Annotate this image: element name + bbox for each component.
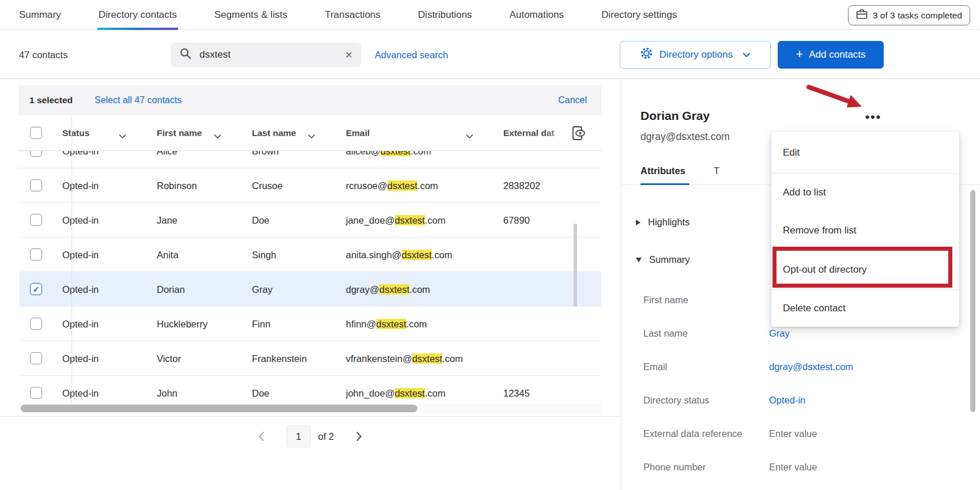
tab-touchpoints-truncated[interactable]: T <box>714 165 719 176</box>
select-all-link[interactable]: Select all 47 contacts <box>95 95 182 105</box>
row-checkbox[interactable] <box>30 248 42 261</box>
horizontal-scrollbar-track[interactable] <box>19 404 601 413</box>
tab-distributions[interactable]: Distributions <box>418 0 472 30</box>
external-data-cell: 2838202 <box>503 168 540 203</box>
gear-icon <box>640 47 653 63</box>
chevron-down-icon <box>742 49 751 61</box>
menu-item-delete-contact[interactable]: Delete contact <box>771 290 959 327</box>
check-icon: ✓ <box>33 285 40 294</box>
table-bottom-divider <box>0 416 620 417</box>
toolbar: 47 contacts dsxtest ✕ Advanced search Di… <box>0 31 980 79</box>
horizontal-scrollbar-thumb[interactable] <box>21 405 417 412</box>
menu-item-remove-from-list[interactable]: Remove from list <box>771 212 959 250</box>
table-row-selected[interactable]: ✓ Opted-in Dorian Gray dgray@dsxtest.com <box>19 272 601 307</box>
search-highlight: dsxtest <box>387 180 417 191</box>
table-row[interactable]: Opted-in Huckleberry Finn hfinn@dsxtest.… <box>19 307 601 341</box>
search-input[interactable]: dsxtest ✕ <box>171 43 361 67</box>
field-last-name: Last name Gray <box>643 328 978 339</box>
field-phone-number: Phone number Enter value <box>643 462 978 473</box>
row-checkbox[interactable] <box>30 179 42 191</box>
table-row[interactable]: Opted-in Alice Brown aliceb@dsxtest.com <box>19 151 601 168</box>
chevron-down-icon[interactable] <box>308 131 315 141</box>
section-highlights[interactable]: Highlights <box>636 217 689 228</box>
external-data-cell: 12345 <box>503 376 530 404</box>
field-label: Phone number <box>643 462 706 472</box>
contacts-table-section: 1 selected Select all 47 contacts Cancel… <box>0 79 620 490</box>
chevron-down-icon[interactable] <box>466 131 473 141</box>
next-page-icon[interactable] <box>356 431 363 442</box>
search-icon <box>179 47 192 62</box>
tab-directory-settings[interactable]: Directory settings <box>601 0 677 30</box>
row-checkbox[interactable] <box>30 387 42 399</box>
column-header-first-name[interactable]: First name <box>157 115 202 151</box>
pagination: 1 of 2 <box>19 424 601 449</box>
table-row[interactable]: Opted-in Robinson Crusoe rcrusoe@dsxtest… <box>19 168 601 203</box>
advanced-search-link[interactable]: Advanced search <box>375 50 448 61</box>
active-tab-underline <box>640 183 689 185</box>
field-label: Email <box>643 361 667 372</box>
row-checkbox[interactable] <box>30 151 42 157</box>
briefcase-icon <box>856 9 868 22</box>
column-header-status[interactable]: Status <box>62 115 89 151</box>
status-cell: Opted-in <box>62 307 99 341</box>
field-value-placeholder[interactable]: Enter value <box>769 428 817 439</box>
status-cell: Opted-in <box>62 341 99 376</box>
current-page-box[interactable]: 1 <box>287 425 311 447</box>
row-checkbox[interactable] <box>30 352 42 364</box>
column-header-external-data[interactable]: External dat <box>503 115 578 151</box>
add-contacts-button[interactable]: + Add contacts <box>778 41 884 69</box>
first-name-cell: Huckleberry <box>157 307 208 341</box>
chevron-down-icon[interactable] <box>119 131 126 141</box>
row-checkbox[interactable] <box>30 214 42 226</box>
vertical-scrollbar[interactable] <box>574 224 577 307</box>
column-header-email[interactable]: Email <box>346 115 370 151</box>
field-value-placeholder[interactable]: Enter value <box>769 462 817 473</box>
field-external-data-reference: External data reference Enter value <box>643 428 978 439</box>
email-cell: jane_doe@dsxtest.com <box>346 203 446 238</box>
first-name-cell: Robinson <box>157 168 197 203</box>
checkbox-column-divider <box>71 115 72 404</box>
last-name-cell: Doe <box>252 203 269 238</box>
clear-search-icon[interactable]: ✕ <box>345 50 353 61</box>
previous-page-icon[interactable] <box>258 431 265 442</box>
table-row[interactable]: Opted-in Victor Frankenstein vfrankenste… <box>19 341 601 376</box>
table-header: Status First name Last name Email Extern… <box>19 115 601 151</box>
table-row[interactable]: Opted-in Jane Doe jane_doe@dsxtest.com 6… <box>19 203 601 238</box>
tab-automations[interactable]: Automations <box>510 0 564 30</box>
status-cell: Opted-in <box>62 238 99 272</box>
email-cell: rcrusoe@dsxtest.com <box>346 168 438 203</box>
tab-segments-lists[interactable]: Segments & lists <box>214 0 288 30</box>
chevron-down-icon[interactable] <box>214 131 221 141</box>
panel-scrollbar[interactable] <box>970 190 975 412</box>
column-header-last-name[interactable]: Last name <box>252 115 296 151</box>
table-row[interactable]: Opted-in Anita Singh anita.singh@dsxtest… <box>19 238 601 272</box>
table-row[interactable]: Opted-in John Doe john_doe@dsxtest.com 1… <box>19 376 601 404</box>
field-label: Directory status <box>643 395 710 405</box>
tab-attributes[interactable]: Attributes <box>640 165 685 176</box>
column-preview-icon[interactable] <box>571 125 586 144</box>
section-summary[interactable]: Summary <box>636 254 690 265</box>
tab-summary[interactable]: Summary <box>19 0 61 30</box>
tasks-completed-button[interactable]: 3 of 3 tasks completed <box>848 5 970 25</box>
field-directory-status: Directory status Opted-in <box>643 395 978 406</box>
search-value[interactable]: dsxtest <box>199 49 338 61</box>
search-highlight: dsxtest <box>395 215 425 225</box>
field-value[interactable]: Gray <box>769 328 790 339</box>
menu-item-opt-out-of-directory[interactable]: Opt-out of directory <box>771 250 959 290</box>
first-name-cell: Dorian <box>157 272 185 307</box>
directory-options-button[interactable]: Directory options <box>620 41 771 69</box>
annotation-arrow <box>803 79 910 114</box>
status-cell: Opted-in <box>62 376 99 404</box>
field-value[interactable]: Opted-in <box>769 395 805 406</box>
tab-transactions[interactable]: Transactions <box>325 0 380 30</box>
field-value[interactable]: dgray@dsxtest.com <box>769 361 853 372</box>
cancel-selection-link[interactable]: Cancel <box>558 95 587 105</box>
menu-item-edit[interactable]: Edit <box>771 132 959 174</box>
menu-item-add-to-list[interactable]: Add to list <box>771 174 959 212</box>
select-all-checkbox[interactable] <box>30 127 42 139</box>
status-cell: Opted-in <box>62 151 99 168</box>
contact-actions-menu-icon[interactable]: ••• <box>865 110 881 124</box>
row-checkbox[interactable] <box>30 318 42 330</box>
row-checkbox-checked[interactable]: ✓ <box>30 283 42 295</box>
tab-directory-contacts[interactable]: Directory contacts <box>99 0 177 30</box>
